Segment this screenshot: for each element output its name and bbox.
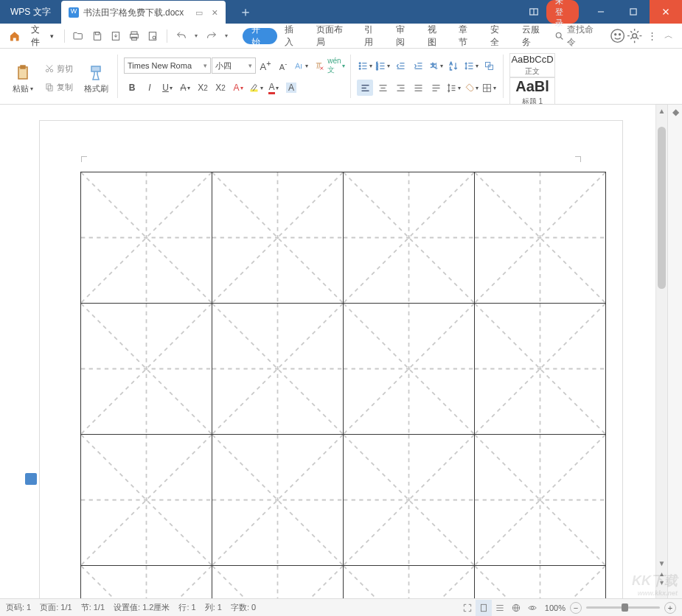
change-case-button[interactable]: ▾ — [293, 57, 309, 74]
tab-reference[interactable]: 引用 — [357, 24, 389, 49]
save-button[interactable] — [89, 28, 105, 44]
tab-window-icon[interactable]: ▭ — [195, 8, 203, 18]
settings-icon[interactable] — [626, 27, 643, 45]
underline-button[interactable]: U▾ — [159, 80, 175, 96]
line-spacing-button[interactable]: ▾ — [463, 57, 479, 74]
scroll-down-icon[interactable]: ▼ — [656, 557, 667, 569]
print-preview-button[interactable] — [145, 28, 161, 44]
undo-button[interactable] — [173, 28, 189, 44]
tab-review[interactable]: 审阅 — [389, 24, 420, 49]
vertical-scrollbar[interactable]: ▲ ▼ ▴ ▾ — [655, 105, 667, 598]
reading-layout-icon[interactable] — [521, 0, 546, 24]
tab-start[interactable]: 开始 — [243, 28, 277, 44]
bold-button[interactable]: B — [124, 80, 140, 96]
clear-format-button[interactable] — [310, 57, 327, 74]
char-shading-button[interactable]: A — [283, 80, 299, 96]
increase-indent-button[interactable] — [410, 57, 426, 74]
status-page-code[interactable]: 页码: 1 — [6, 602, 31, 613]
zoom-in-button[interactable]: + — [664, 602, 676, 614]
collapse-ribbon-icon[interactable]: ︿ — [661, 27, 678, 45]
strikethrough-button[interactable]: A▾ — [177, 80, 193, 96]
tab-pagelayout[interactable]: 页面布局 — [309, 24, 357, 49]
status-row[interactable]: 行: 1 — [178, 602, 195, 613]
page-down-icon[interactable]: ▾ — [656, 578, 667, 587]
export-button[interactable] — [108, 28, 123, 44]
print-button[interactable] — [127, 28, 142, 44]
line-spacing-2-button[interactable]: ▾ — [445, 80, 462, 96]
format-painter-button[interactable]: 格式刷 — [80, 52, 111, 104]
page-up-icon[interactable]: ▴ — [656, 569, 667, 578]
status-setval[interactable]: 设置值: 1.2厘米 — [114, 602, 170, 613]
italic-button[interactable]: I — [142, 80, 158, 96]
feedback-icon[interactable] — [609, 27, 626, 45]
copy-button[interactable]: 复制 — [41, 80, 76, 94]
tab-view[interactable]: 视图 — [420, 24, 452, 49]
text-effects-button[interactable]: A▾ — [230, 80, 246, 96]
status-col[interactable]: 列: 1 — [205, 602, 222, 613]
redo-button[interactable] — [203, 28, 219, 44]
close-button[interactable] — [650, 0, 682, 24]
cut-button[interactable]: 剪切 — [41, 62, 76, 76]
font-name-select[interactable]: Times New Roma▾ — [124, 57, 211, 74]
reading-view-icon[interactable] — [524, 600, 540, 616]
tab-close-icon[interactable]: × — [212, 7, 218, 18]
shading-button[interactable]: ▾ — [463, 80, 479, 96]
decrease-font-button[interactable]: A- — [275, 57, 291, 74]
borders-button[interactable]: ▾ — [481, 80, 497, 96]
zoom-slider[interactable] — [586, 606, 660, 609]
search-command[interactable]: 查找命令 — [554, 24, 602, 49]
new-tab-button[interactable]: ＋ — [239, 3, 252, 21]
paste-button[interactable]: 粘贴▾ — [7, 52, 38, 104]
sort-button[interactable]: AL — [445, 57, 462, 74]
maximize-button[interactable] — [617, 0, 650, 24]
web-view-icon[interactable] — [508, 600, 524, 616]
minimize-button[interactable] — [585, 0, 617, 24]
zoom-out-button[interactable]: − — [570, 602, 582, 614]
scroll-thumb[interactable] — [658, 127, 666, 289]
document-canvas[interactable] — [0, 105, 655, 598]
highlight-button[interactable]: ▾ — [248, 80, 264, 96]
print-layout-view-icon[interactable] — [476, 600, 492, 616]
align-distribute-button[interactable] — [428, 80, 444, 96]
pin-icon[interactable]: ◆ — [668, 105, 682, 119]
file-menu[interactable]: 文件▾ — [25, 27, 60, 45]
scroll-up-icon[interactable]: ▲ — [656, 105, 667, 116]
login-button[interactable]: 未登录 — [546, 0, 579, 24]
superscript-button[interactable]: X2 — [195, 80, 211, 96]
fullscreen-view-icon[interactable] — [459, 600, 476, 616]
undo-more[interactable]: ▾ — [192, 28, 201, 44]
increase-font-button[interactable]: A+ — [257, 57, 274, 74]
show-marks-button[interactable] — [481, 57, 497, 74]
font-group: Times New Roma▾ 小四▾ A+ A- ▾ wén文▾ B I U▾… — [119, 52, 349, 104]
style-heading1[interactable]: AaBl 标题 1 — [509, 77, 555, 105]
status-section[interactable]: 节: 1/1 — [81, 602, 105, 613]
bullets-button[interactable]: ▾ — [357, 57, 373, 74]
subscript-button[interactable]: X2 — [212, 80, 229, 96]
tab-cloud[interactable]: 云服务 — [515, 24, 554, 49]
font-size-select[interactable]: 小四▾ — [212, 57, 256, 74]
zoom-value[interactable]: 100% — [545, 603, 566, 612]
help-icon[interactable]: ⋮ — [643, 27, 660, 45]
asian-layout-button[interactable]: 文▾ — [428, 57, 444, 74]
font-color-button[interactable]: A▾ — [265, 80, 282, 96]
outline-view-icon[interactable] — [492, 600, 508, 616]
numbering-button[interactable]: 123▾ — [375, 57, 391, 74]
redo-more[interactable]: ▾ — [222, 28, 231, 44]
tab-insert[interactable]: 插入 — [277, 24, 309, 49]
tab-section[interactable]: 章节 — [451, 24, 483, 49]
align-left-button[interactable] — [357, 80, 373, 96]
document-tab[interactable]: 书法田字格免费下载.docx ▭ × — [61, 1, 226, 24]
align-right-button[interactable] — [392, 80, 408, 96]
align-center-button[interactable] — [375, 80, 391, 96]
open-button[interactable] — [71, 28, 86, 44]
tab-security[interactable]: 安全 — [483, 24, 515, 49]
status-page[interactable]: 页面: 1/1 — [40, 602, 72, 613]
decrease-indent-button[interactable] — [392, 57, 408, 74]
style-normal[interactable]: AaBbCcD 正文 — [509, 53, 555, 77]
home-icon[interactable] — [9, 30, 21, 42]
phonetic-guide-button[interactable]: wén文▾ — [328, 57, 344, 74]
status-chars[interactable]: 字数: 0 — [231, 602, 256, 613]
align-justify-button[interactable] — [410, 80, 426, 96]
comment-indicator-icon[interactable] — [25, 473, 37, 485]
zoom-slider-knob[interactable] — [622, 603, 628, 612]
